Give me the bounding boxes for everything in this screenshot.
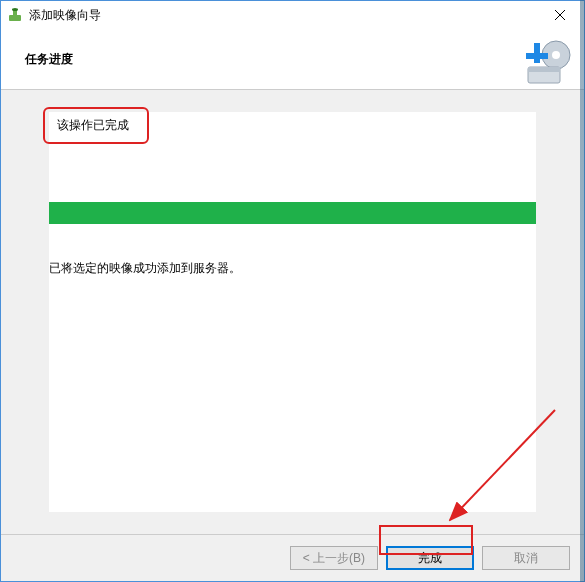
- window-title: 添加映像向导: [29, 7, 537, 24]
- status-highlight: 该操作已完成: [43, 107, 149, 144]
- progress-bar: [49, 202, 536, 224]
- app-icon: [7, 7, 23, 23]
- wizard-header: 任务进度: [1, 29, 584, 90]
- back-button: < 上一步(B): [290, 546, 378, 570]
- decorative-edge: [580, 0, 585, 582]
- finish-button[interactable]: 完成: [386, 546, 474, 570]
- wizard-window: 添加映像向导 任务进度 该操作已完成 已将选: [0, 0, 585, 582]
- cancel-button: 取消: [482, 546, 570, 570]
- success-message: 已将选定的映像成功添加到服务器。: [49, 260, 241, 277]
- svg-point-2: [12, 8, 18, 11]
- content-panel: 该操作已完成 已将选定的映像成功添加到服务器。: [49, 112, 536, 512]
- content-area: 该操作已完成 已将选定的映像成功添加到服务器。: [1, 90, 584, 534]
- svg-point-6: [552, 51, 560, 59]
- titlebar: 添加映像向导: [1, 1, 584, 29]
- close-button[interactable]: [537, 1, 582, 29]
- svg-rect-10: [526, 53, 548, 59]
- button-bar: < 上一步(B) 完成 取消: [1, 534, 584, 581]
- svg-rect-8: [528, 67, 560, 72]
- page-title: 任务进度: [17, 51, 73, 68]
- wizard-icon: [522, 37, 572, 87]
- status-text: 该操作已完成: [57, 118, 129, 132]
